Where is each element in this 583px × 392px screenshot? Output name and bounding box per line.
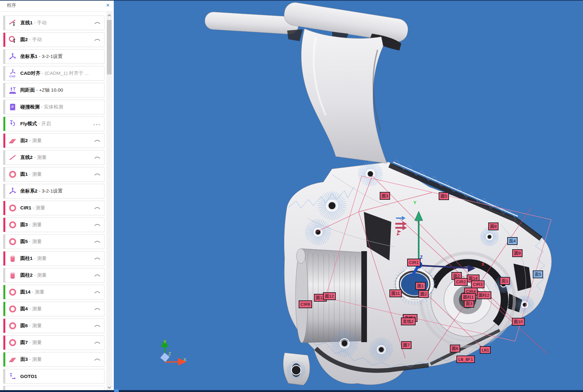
item-suffix: 手动 (32, 37, 42, 42)
status-bar (3, 33, 5, 47)
feature-label[interactable]: 圆11 (389, 289, 402, 297)
program-item-7[interactable]: 面2 - 测量 (3, 133, 104, 148)
visibility-eye-icon[interactable] (94, 138, 100, 144)
visibility-eye-icon[interactable] (94, 222, 100, 228)
feature-label[interactable]: CIR2 (454, 278, 468, 286)
ring-icon (8, 288, 17, 296)
feature-label[interactable]: 圆6 (450, 345, 460, 352)
feature-label[interactable]: LN_BF1 (456, 356, 475, 363)
visibility-eye-icon[interactable] (94, 37, 100, 43)
feature-label[interactable]: CIR1 (407, 259, 421, 266)
status-bar (3, 218, 5, 232)
more-options-icon[interactable] (93, 121, 100, 127)
status-bar (3, 151, 5, 165)
goto-icon (8, 372, 17, 380)
status-bar (3, 184, 5, 198)
program-item-17[interactable]: 圆4 - 测量 (3, 302, 104, 316)
program-item-10[interactable]: 坐标系2 - 3-2-1设置 (3, 184, 104, 198)
program-item-16[interactable]: 圆14 - 测量 (3, 285, 104, 299)
feature-label[interactable]: 圆10 (512, 318, 525, 326)
plane-icon (8, 136, 17, 145)
visibility-eye-icon[interactable] (94, 306, 100, 312)
feature-label[interactable]: 圆5 (439, 192, 449, 200)
program-item-2[interactable]: 坐标系1 - 3-2-1设置 (3, 49, 104, 64)
program-item-9[interactable]: 圆1 - 测量 (3, 167, 104, 182)
item-name: 圆2 (20, 37, 28, 42)
program-item-18[interactable]: 圆6 - 测量 (3, 318, 104, 333)
axis-label: X (481, 262, 484, 267)
ring-icon (8, 338, 17, 347)
visibility-eye-icon[interactable] (94, 289, 100, 295)
scroll-up-icon[interactable] (106, 12, 112, 18)
feature-label[interactable]: 直线2 (401, 318, 416, 325)
feature-label[interactable]: 圆9 (512, 249, 523, 257)
program-item-4[interactable]: 间距面 - +Z轴 10.00 (3, 83, 104, 98)
feature-label[interactable]: 面5 (533, 270, 543, 278)
program-item-8[interactable]: 直线2 - 测量 (3, 150, 104, 165)
status-bar (3, 134, 5, 148)
item-suffix: 测量 (32, 138, 42, 143)
visibility-eye-icon[interactable] (94, 256, 100, 261)
scroll-down-icon[interactable] (106, 385, 112, 390)
feature-label[interactable]: 圆柱1 (461, 293, 476, 301)
feature-label[interactable]: 圆柱2 (477, 291, 491, 299)
item-suffix: 测量 (32, 340, 42, 345)
item-name: CAD对齐 (20, 70, 41, 76)
program-item-13[interactable]: 圆5 - 测量 (3, 234, 104, 249)
cylinder-icon (8, 271, 17, 280)
visibility-eye-icon[interactable] (94, 205, 100, 211)
3d-viewport[interactable] (114, 0, 583, 392)
ring-icon (8, 221, 17, 229)
visibility-eye-icon[interactable] (94, 20, 100, 26)
feature-label[interactable]: CIR3 (471, 280, 484, 288)
program-item-12[interactable]: 圆3 - 测量 (3, 218, 104, 232)
status-bar (3, 83, 5, 97)
item-suffix: 开启 (41, 121, 51, 126)
visibility-eye-icon[interactable] (94, 340, 100, 346)
program-item-15[interactable]: 圆柱2 - 测量 (3, 268, 104, 283)
item-suffix: 测量 (36, 205, 45, 210)
feature-label[interactable]: 圆8 (488, 222, 499, 230)
feature-label[interactable]: 圆3 (380, 192, 390, 200)
program-item-21[interactable]: GOTO1 (3, 369, 104, 384)
visibility-eye-icon[interactable] (94, 239, 100, 245)
visibility-eye-icon[interactable] (94, 323, 100, 329)
status-bar (3, 352, 5, 366)
visibility-eye-icon[interactable] (94, 273, 100, 278)
item-suffix: 测量 (32, 222, 42, 227)
program-item-5[interactable]: 碰撞检测 - 实体检测 (3, 100, 104, 114)
visibility-eye-icon[interactable] (94, 172, 100, 177)
fly-icon (8, 120, 17, 128)
status-bar (3, 369, 5, 383)
feature-label[interactable]: 面3 (464, 300, 474, 308)
feature-label[interactable]: 面4 (507, 237, 518, 245)
program-item-0[interactable]: 直线1 - 手动 (3, 16, 104, 30)
program-item-6[interactable]: Fly模式 - 开启 (3, 117, 104, 131)
feature-label[interactable]: 圆2 (418, 290, 429, 298)
scrollbar-thumb[interactable] (107, 20, 112, 74)
item-suffix: 实体检测 (44, 104, 63, 109)
status-bar (3, 268, 5, 282)
feature-label[interactable]: 面1 (500, 277, 510, 285)
item-name: CIR1 (20, 205, 31, 210)
feature-label[interactable]: 圆1 (415, 282, 426, 290)
program-item-11[interactable]: CIR1 - 测量 (3, 201, 104, 215)
feature-label[interactable]: CIR6 (299, 300, 312, 308)
feature-label[interactable]: LN1 (480, 346, 491, 354)
program-item-1[interactable]: 圆2 - 手动 (3, 32, 104, 47)
program-item-14[interactable]: 圆柱1 - 测量 (3, 251, 104, 266)
feature-label[interactable]: 圆12 (323, 292, 336, 300)
visibility-eye-icon[interactable] (94, 357, 100, 362)
program-item-19[interactable]: 圆7 - 测量 (3, 335, 104, 350)
cad-model (114, 0, 583, 392)
feature-label[interactable]: 圆7 (401, 341, 412, 349)
status-bar (3, 167, 5, 181)
scrollbar[interactable] (106, 12, 112, 392)
item-suffix: 3-2-1设置 (42, 54, 63, 59)
item-name: 圆柱2 (20, 272, 33, 278)
visibility-eye-icon[interactable] (94, 155, 100, 160)
program-item-20[interactable]: 面3 - 测量 (3, 352, 104, 367)
status-bar (3, 302, 5, 316)
program-item-3[interactable]: CADCAD对齐 - (CADM_1) 对齐于 ... (3, 66, 104, 81)
item-name: 碰撞检测 (20, 104, 40, 109)
